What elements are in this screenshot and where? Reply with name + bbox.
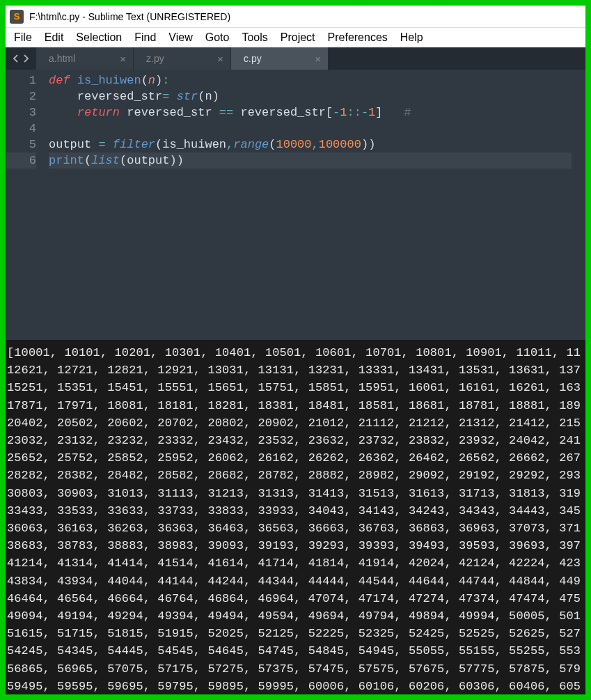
code-content[interactable]: def is_huiwen(n): reversed_str= str(n) r… <box>49 72 585 340</box>
code-area[interactable]: 123456 def is_huiwen(n): reversed_str= s… <box>6 70 585 340</box>
close-icon[interactable]: × <box>217 53 223 65</box>
tab-c-py[interactable]: c.py × <box>231 47 329 70</box>
editor-area: a.html × z.py × c.py × 123456 def is_hui… <box>6 47 585 340</box>
arrow-left-icon <box>13 54 19 63</box>
title-bar: S F:\html\c.py - Sublime Text (UNREGISTE… <box>6 6 585 28</box>
menu-find[interactable]: Find <box>134 31 156 44</box>
window-title: F:\html\c.py - Sublime Text (UNREGISTERE… <box>29 11 230 22</box>
tab-label: a.html <box>49 53 75 64</box>
menu-view[interactable]: View <box>168 31 192 44</box>
menu-project[interactable]: Project <box>281 31 315 44</box>
tab-a-html[interactable]: a.html × <box>36 47 134 70</box>
arrow-right-icon <box>22 54 29 63</box>
menu-bar: File Edit Selection Find View Goto Tools… <box>6 28 585 47</box>
tab-nav-arrows[interactable] <box>6 54 36 63</box>
close-icon[interactable]: × <box>120 53 126 65</box>
menu-edit[interactable]: Edit <box>45 31 64 44</box>
line-number-gutter: 123456 <box>6 72 49 340</box>
menu-goto[interactable]: Goto <box>205 31 230 44</box>
close-icon[interactable]: × <box>315 53 321 65</box>
menu-help[interactable]: Help <box>400 31 423 44</box>
tab-label: z.py <box>146 53 164 64</box>
app-window: S F:\html\c.py - Sublime Text (UNREGISTE… <box>6 6 585 694</box>
menu-preferences[interactable]: Preferences <box>328 31 388 44</box>
sublime-icon: S <box>10 10 24 24</box>
menu-tools[interactable]: Tools <box>242 31 267 44</box>
console-output: [10001, 10101, 10201, 10301, 10401, 1050… <box>6 340 585 694</box>
tab-z-py[interactable]: z.py × <box>134 47 231 70</box>
tab-row: a.html × z.py × c.py × <box>6 47 585 70</box>
menu-file[interactable]: File <box>14 31 32 44</box>
menu-selection[interactable]: Selection <box>76 31 122 44</box>
minimap[interactable] <box>572 70 585 340</box>
tab-label: c.py <box>244 53 262 64</box>
